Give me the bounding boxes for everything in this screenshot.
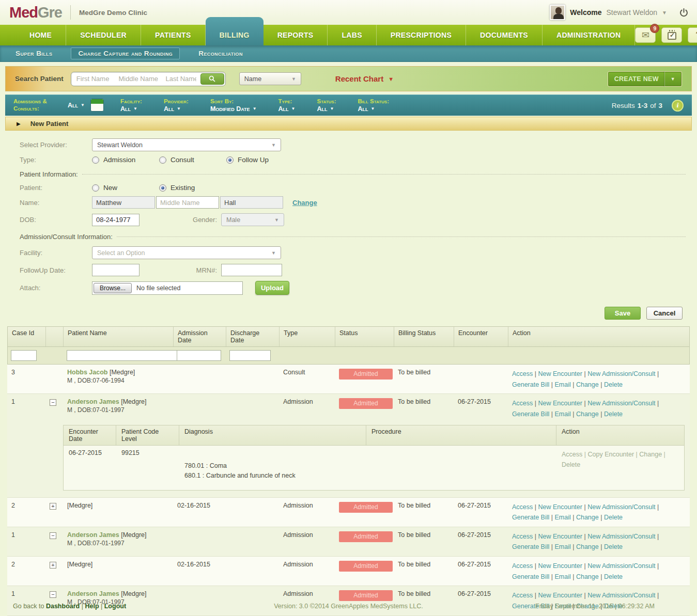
subnav-item-reconciliation[interactable]: Reconciliation [198,50,243,57]
facility-select[interactable]: Select an Option ▼ [92,246,281,259]
expand-row-icon[interactable]: + [50,503,56,510]
action-link-new-encounter[interactable]: New Encounter [538,503,582,511]
create-new-button[interactable]: CREATE NEW ▼ [608,71,682,87]
action-link-new-encounter[interactable]: New Encounter [538,370,582,377]
action-link-access[interactable]: Access [512,533,533,540]
save-button[interactable]: Save [605,307,641,320]
patient-name-link[interactable]: Anderson James [67,590,119,597]
recent-chart-dropdown[interactable]: Recent Chart ▼ [335,74,394,83]
action-link-new-admission-consult[interactable]: New Admission/Consult [587,592,655,599]
patient-radio-existing[interactable]: Existing [159,184,226,192]
type-radio-follow-up[interactable]: Follow Up [226,156,293,164]
action-link-access[interactable]: Access [512,592,533,599]
nav-tab-documents[interactable]: DOCUMENTS [466,25,543,45]
upload-button[interactable]: Upload [255,281,289,295]
action-link-new-encounter[interactable]: New Encounter [538,533,582,540]
footer-link-help[interactable]: Help [85,603,99,610]
browse-button[interactable]: Browse... [94,283,132,293]
filter-input-discharge-date[interactable] [229,350,271,361]
file-input[interactable]: Browse... No file selected [92,281,243,295]
action-link-email[interactable]: Email [554,573,570,580]
change-patient-link[interactable]: Change [292,199,317,207]
filter-value-dropdown[interactable]: All▼ [278,105,296,113]
patient-radio-new[interactable]: New [92,184,159,192]
subnav-item-charge-capture-and-rounding[interactable]: Charge Capture and Rounding [71,48,180,59]
action-link-change[interactable]: Change [576,573,599,580]
action-link-new-admission-consult[interactable]: New Admission/Consult [587,370,655,377]
footer-link-dashboard[interactable]: Dashboard [46,603,80,610]
user-avatar[interactable] [550,5,565,20]
action-link-new-encounter[interactable]: New Encounter [538,592,582,599]
action-link-email[interactable]: Email [554,514,570,521]
action-link-delete[interactable]: Delete [604,543,623,550]
expand-row-icon[interactable]: + [50,562,56,568]
action-link-email[interactable]: Email [554,381,570,388]
subnav-item-super-bills[interactable]: Super Bills [16,50,52,57]
filter-input-admission-date[interactable] [177,350,221,361]
action-link-new-encounter[interactable]: New Encounter [538,562,582,570]
type-radio-consult[interactable]: Consult [159,156,226,164]
nav-tab-scheduler[interactable]: SCHEDULER [66,25,141,45]
gender-select[interactable]: Male ▼ [221,213,284,226]
action-link-delete[interactable]: Delete [604,573,623,580]
action-link-generate-bill[interactable]: Generate Bill [512,514,549,521]
action-link-new-admission-consult[interactable]: New Admission/Consult [587,503,655,511]
dob-field[interactable] [92,214,140,226]
action-link-new-admission-consult[interactable]: New Admission/Consult [587,533,655,540]
filter-value-dropdown[interactable]: All▼ [164,105,189,113]
search-by-select[interactable]: Name ▼ [239,72,301,85]
action-link-change[interactable]: Change [576,543,599,550]
patient-search-input[interactable] [72,75,200,83]
caret-down-icon[interactable]: ▼ [671,76,675,82]
messages-button[interactable]: ✉ 9 [635,27,656,43]
new-patient-header[interactable]: ▶ New Patient [5,117,692,131]
action-link-change[interactable]: Change [639,451,662,458]
action-link-change[interactable]: Change [576,410,599,418]
filter-value-dropdown[interactable]: All▼ [68,102,85,109]
action-link-access[interactable]: Access [512,370,533,377]
action-link-generate-bill[interactable]: Generate Bill [512,543,549,550]
user-name[interactable]: Stewart Weldon [607,8,658,17]
action-link-access[interactable]: Access [512,562,533,570]
patient-name-link[interactable]: Hobbs Jacob [67,369,108,376]
action-link-generate-bill[interactable]: Generate Bill [512,573,549,580]
collapse-row-icon[interactable]: − [50,532,56,539]
nav-tab-patients[interactable]: PATIENTS [141,25,206,45]
action-link-copy-encounter[interactable]: Copy Encounter [588,451,634,458]
action-link-change[interactable]: Change [576,514,599,521]
nav-tab-billing[interactable]: BILLING [206,17,264,45]
search-button[interactable] [200,73,224,85]
nav-tab-administration[interactable]: ADMINISTRATION [543,25,636,45]
calendar-icon[interactable] [90,99,104,112]
action-link-access[interactable]: Access [512,400,533,407]
action-link-new-encounter[interactable]: New Encounter [538,400,582,407]
power-icon[interactable] [679,8,689,18]
action-link-email[interactable]: Email [554,410,570,418]
action-link-generate-bill[interactable]: Generate Bill [512,381,549,388]
cancel-button[interactable]: Cancel [646,307,683,320]
footer-link-logout[interactable]: Logout [104,603,126,610]
collapse-row-icon[interactable]: − [50,399,56,406]
action-link-access[interactable]: Access [512,503,533,511]
nav-tab-reports[interactable]: REPORTS [264,25,328,45]
action-link-change[interactable]: Change [576,381,599,388]
nav-tab-prescriptions[interactable]: PRESCRIPTIONS [377,25,466,45]
nav-tab-home[interactable]: HOME [16,25,66,45]
action-link-generate-bill[interactable]: Generate Bill [512,410,549,418]
nav-tab-labs[interactable]: LABS [328,25,376,45]
patient-name-link[interactable]: Anderson James [67,531,119,539]
patient-name-link[interactable]: Anderson James [67,398,119,405]
action-link-delete[interactable]: Delete [604,410,623,418]
filter-value-dropdown[interactable]: All▼ [317,105,336,113]
filter-value-dropdown[interactable]: All▼ [358,105,389,113]
middle-name-field[interactable] [156,196,219,209]
action-link-delete[interactable]: Delete [604,514,623,521]
action-link-delete[interactable]: Delete [604,381,623,388]
first-name-field[interactable] [92,196,155,209]
filter-input-case-id[interactable] [11,350,37,361]
tasks-button[interactable] [661,27,682,43]
user-menu-caret-icon[interactable]: ▼ [662,10,667,15]
type-radio-admission[interactable]: Admission [92,156,159,164]
action-link-email[interactable]: Email [554,543,570,550]
followup-date-field[interactable] [92,264,140,276]
